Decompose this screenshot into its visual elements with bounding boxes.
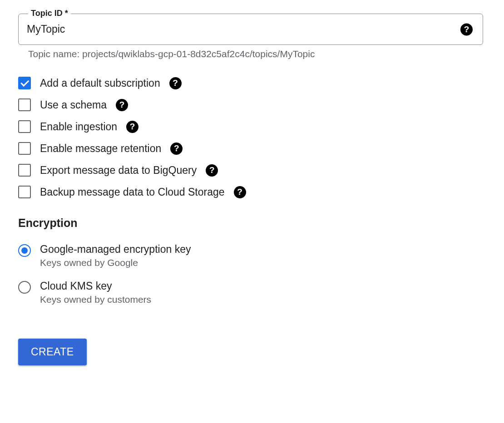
checkbox-row-backup-storage: Backup message data to Cloud Storage ?: [18, 186, 483, 198]
radio-content-kms-key: Cloud KMS key Keys owned by customers: [40, 280, 151, 305]
radio-row-kms-key: Cloud KMS key Keys owned by customers: [18, 280, 483, 305]
checkbox-label-enable-ingestion: Enable ingestion: [40, 121, 117, 133]
checkbox-export-bigquery[interactable]: [18, 164, 31, 177]
help-icon[interactable]: ?: [460, 23, 473, 35]
help-icon[interactable]: ?: [170, 143, 183, 155]
radio-content-google-key: Google-managed encryption key Keys owned…: [40, 243, 191, 268]
checkbox-default-subscription[interactable]: [18, 77, 31, 89]
checkbox-label-use-schema: Use a schema: [40, 99, 107, 111]
checkbox-row-use-schema: Use a schema ?: [18, 98, 483, 111]
checkbox-backup-storage[interactable]: [18, 186, 31, 198]
radio-sublabel-kms-key: Keys owned by customers: [40, 294, 151, 305]
checkbox-label-default-subscription: Add a default subscription: [40, 77, 160, 89]
checkbox-row-enable-ingestion: Enable ingestion ?: [18, 120, 483, 133]
checkbox-enable-retention[interactable]: [18, 142, 31, 155]
create-topic-form: Topic ID * MyTopic ? Topic name: project…: [18, 14, 483, 365]
checkbox-enable-ingestion[interactable]: [18, 120, 31, 133]
topic-name-helper: Topic name: projects/qwiklabs-gcp-01-8d3…: [28, 49, 483, 59]
checkbox-use-schema[interactable]: [18, 98, 31, 111]
checkbox-label-backup-storage: Backup message data to Cloud Storage: [40, 186, 225, 198]
checkbox-row-default-subscription: Add a default subscription ?: [18, 77, 483, 89]
radio-label-google-key: Google-managed encryption key: [40, 243, 191, 256]
topic-id-field-wrapper: Topic ID * MyTopic ?: [18, 14, 483, 45]
checkbox-row-enable-retention: Enable message retention ?: [18, 142, 483, 155]
radio-google-key[interactable]: [18, 244, 31, 257]
radio-row-google-key: Google-managed encryption key Keys owned…: [18, 243, 483, 268]
radio-label-kms-key: Cloud KMS key: [40, 280, 151, 292]
checkbox-label-enable-retention: Enable message retention: [40, 143, 161, 155]
checkbox-row-export-bigquery: Export message data to BigQuery ?: [18, 164, 483, 177]
help-icon[interactable]: ?: [234, 186, 246, 198]
checkbox-label-export-bigquery: Export message data to BigQuery: [40, 164, 197, 177]
help-icon[interactable]: ?: [169, 77, 182, 89]
help-icon[interactable]: ?: [206, 164, 218, 177]
topic-id-label: Topic ID *: [28, 9, 71, 18]
topic-id-input[interactable]: MyTopic ?: [18, 14, 483, 45]
help-icon[interactable]: ?: [126, 121, 138, 133]
help-icon[interactable]: ?: [116, 99, 128, 111]
radio-sublabel-google-key: Keys owned by Google: [40, 257, 191, 268]
topic-id-value: MyTopic: [27, 23, 65, 35]
radio-kms-key[interactable]: [18, 281, 31, 294]
create-button[interactable]: CREATE: [18, 339, 87, 365]
encryption-section-title: Encryption: [18, 216, 483, 230]
